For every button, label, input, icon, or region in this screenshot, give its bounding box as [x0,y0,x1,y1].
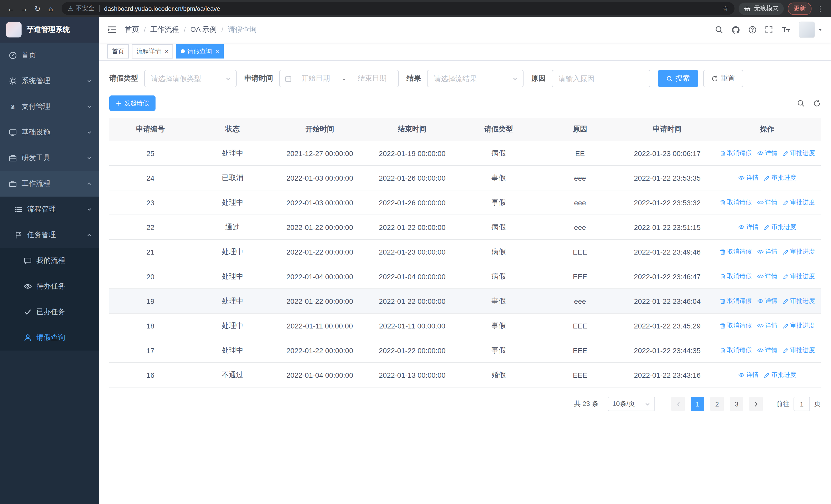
cancel-leave-link[interactable]: 取消请假 [719,297,752,305]
font-size-icon[interactable] [781,26,791,34]
reason-field[interactable] [552,70,650,87]
cancel-leave-link[interactable]: 取消请假 [719,346,752,355]
kebab-menu-icon[interactable]: ⋮ [813,2,827,15]
table-row[interactable]: 24已取消2022-01-03 00:00:002022-01-26 00:00… [109,166,821,190]
table-row[interactable]: 25处理中2021-12-27 00:00:002022-01-19 00:00… [109,141,821,166]
table-cell: 2022-01-22 00:00:00 [274,239,366,264]
sidebar-item-dev-tools[interactable]: 研发工具 [0,145,99,171]
close-icon[interactable]: × [216,48,219,54]
start-date-placeholder[interactable]: 开始日期 [295,74,337,83]
sidebar-item-workflow[interactable]: 工作流程 [0,171,99,197]
close-icon[interactable]: × [165,48,168,54]
reload-icon[interactable]: ↻ [31,2,44,15]
end-date-placeholder[interactable]: 结束日期 [351,74,393,83]
breadcrumb-item[interactable]: 首页 [125,25,139,34]
toggle-search-icon[interactable] [797,99,805,107]
result-input[interactable] [433,74,509,83]
cancel-leave-link[interactable]: 取消请假 [719,272,752,281]
security-label[interactable]: 不安全 [76,4,94,13]
detail-link[interactable]: 详情 [757,346,777,354]
progress-link[interactable]: 审批进度 [764,174,796,182]
breadcrumb-item[interactable]: 工作流程 [150,25,179,34]
table-row[interactable]: 23处理中2022-01-03 00:00:002022-01-26 00:00… [109,190,821,215]
sidebar-toggle-icon[interactable] [107,25,116,34]
cancel-leave-link[interactable]: 取消请假 [719,198,752,207]
result-select[interactable] [427,70,523,87]
leave-type-input[interactable] [150,74,222,83]
detail-link[interactable]: 详情 [738,223,758,231]
progress-link[interactable]: 审批进度 [782,198,815,207]
url-text[interactable]: dashboard.yudao.iocoder.cn/bpm/oa/leave [104,5,722,12]
sidebar-item-home[interactable]: 首页 [0,42,99,68]
sidebar-item-label: 支付管理 [22,102,50,111]
page-size-select[interactable]: 10条/页 [608,397,655,411]
forward-icon[interactable]: → [18,2,31,15]
sidebar-item-my-processes[interactable]: 我的流程 [0,248,99,273]
tab-home[interactable]: 首页 [107,44,129,59]
sidebar-item-process-management[interactable]: 流程管理 [0,197,99,222]
search-button[interactable]: 搜索 [658,70,698,87]
table-row[interactable]: 17处理中2022-01-22 00:00:002022-01-22 00:00… [109,338,821,363]
bookmark-star-icon[interactable]: ☆ [722,5,728,12]
progress-link[interactable]: 审批进度 [782,297,815,305]
tab-leave-query[interactable]: 请假查询 × [176,44,224,59]
detail-link[interactable]: 详情 [738,173,758,182]
progress-link[interactable]: 审批进度 [782,321,815,330]
reason-input[interactable] [557,74,645,83]
progress-link[interactable]: 审批进度 [782,247,815,256]
table-row[interactable]: 20处理中2022-01-04 00:00:002022-01-04 00:00… [109,264,821,289]
cancel-leave-link[interactable]: 取消请假 [719,321,752,330]
detail-link[interactable]: 详情 [757,247,777,256]
detail-link[interactable]: 详情 [757,321,777,330]
detail-link[interactable]: 详情 [757,296,777,305]
sidebar-item-done-tasks[interactable]: 已办任务 [0,299,99,325]
progress-link[interactable]: 审批进度 [782,149,815,157]
goto-page-input[interactable] [794,397,810,411]
sidebar-item-task-management[interactable]: 任务管理 [0,222,99,248]
breadcrumb-item[interactable]: OA 示例 [191,25,217,34]
table-row[interactable]: 19处理中2022-01-22 00:00:002022-01-22 00:00… [109,289,821,313]
progress-link[interactable]: 审批进度 [782,272,815,281]
cancel-leave-link[interactable]: 取消请假 [719,149,752,157]
detail-link[interactable]: 详情 [757,198,777,207]
sidebar-item-system[interactable]: 系统管理 [0,68,99,94]
leave-type-select[interactable] [144,70,237,87]
sidebar-item-infrastructure[interactable]: 基础设施 [0,120,99,145]
table-row[interactable]: 21处理中2022-01-22 00:00:002022-01-23 00:00… [109,239,821,264]
sidebar-item-leave-query[interactable]: 请假查询 [0,325,99,351]
github-icon[interactable] [732,25,740,34]
table-row[interactable]: 22通过2022-01-22 00:00:002022-01-22 00:00:… [109,215,821,239]
refresh-table-icon[interactable] [813,99,821,107]
progress-link[interactable]: 审批进度 [764,370,796,379]
fullscreen-icon[interactable] [765,26,773,34]
page-button-1[interactable]: 1 [691,397,704,411]
table-row[interactable]: 16不通过2022-01-04 00:00:002022-01-13 00:00… [109,363,821,387]
progress-link[interactable]: 审批进度 [782,346,815,355]
page-button-2[interactable]: 2 [710,397,724,411]
date-range-picker[interactable]: 开始日期 - 结束日期 [279,70,399,87]
detail-link[interactable]: 详情 [738,370,758,379]
sidebar-item-todo-tasks[interactable]: 待办任务 [0,273,99,299]
cancel-leave-link[interactable]: 取消请假 [719,247,752,256]
reset-button[interactable]: 重置 [703,70,743,87]
sidebar-item-payment[interactable]: ¥ 支付管理 [0,94,99,120]
help-icon[interactable] [748,26,756,34]
user-menu[interactable] [799,22,823,38]
prev-page-button[interactable] [671,397,685,411]
back-icon[interactable]: ← [4,2,18,15]
app-logo[interactable]: 芋道管理系统 [0,17,99,42]
page-content: 请假类型 申请时间 开始日期 - 结束日期 [99,61,831,504]
page-button-3[interactable]: 3 [730,397,743,411]
detail-link[interactable]: 详情 [757,149,777,157]
home-icon[interactable]: ⌂ [44,2,57,15]
tab-process-detail[interactable]: 流程详情 × [132,44,173,59]
search-icon[interactable] [715,26,723,34]
table-row[interactable]: 18处理中2022-01-11 00:00:002022-01-11 00:00… [109,313,821,338]
progress-link[interactable]: 审批进度 [764,223,796,232]
next-page-button[interactable] [749,397,763,411]
address-bar[interactable]: ⚠ 不安全 dashboard.yudao.iocoder.cn/bpm/oa/… [62,2,735,15]
create-leave-button[interactable]: 发起请假 [109,95,155,111]
detail-link[interactable]: 详情 [757,272,777,280]
row-actions: 取消请假详情审批进度 [713,239,821,264]
update-chip[interactable]: 更新 [788,2,811,14]
